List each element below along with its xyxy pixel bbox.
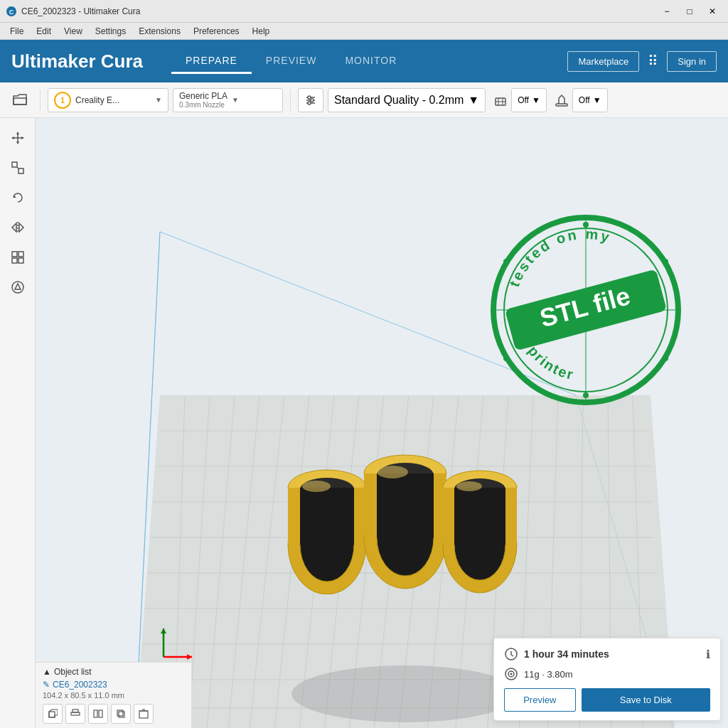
svg-point-67 xyxy=(288,495,366,594)
tab-preview[interactable]: PREVIEW xyxy=(252,49,331,74)
svg-line-49 xyxy=(427,395,459,728)
svg-point-89 xyxy=(504,228,668,392)
object-action-buttons xyxy=(43,704,184,724)
svg-point-80 xyxy=(377,466,408,478)
rotate-icon xyxy=(10,190,26,205)
menu-file[interactable]: File xyxy=(4,25,29,38)
svg-rect-26 xyxy=(12,252,17,257)
svg-point-97 xyxy=(663,259,668,264)
svg-marker-107 xyxy=(49,710,58,717)
support-toggle[interactable]: Off ▼ xyxy=(511,88,547,112)
svg-rect-29 xyxy=(18,258,23,263)
mirror-icon xyxy=(10,220,26,235)
clock-icon xyxy=(504,647,518,661)
object-list-header[interactable]: ▲ Object list xyxy=(43,667,184,677)
printer-selector[interactable]: 1 Creality E... ▼ xyxy=(48,88,168,112)
svg-line-41 xyxy=(228,395,259,728)
preview-button[interactable]: Preview xyxy=(504,688,576,712)
support-tool-icon xyxy=(10,279,26,295)
divider-1 xyxy=(40,90,41,111)
save-to-disk-button[interactable]: Save to Disk xyxy=(582,688,710,712)
filament-caret-icon: ▼ xyxy=(232,96,239,104)
support-tool[interactable] xyxy=(5,274,31,300)
collapse-icon: ▲ xyxy=(43,667,51,677)
close-button[interactable]: ✕ xyxy=(702,4,722,18)
print-action-buttons: Preview Save to Disk xyxy=(504,688,710,712)
adhesion-toggle[interactable]: Off ▼ xyxy=(572,88,608,112)
svg-point-83 xyxy=(443,471,517,505)
print-time-row: 1 hour 34 minutes ℹ xyxy=(504,647,710,661)
signin-button[interactable]: Sign in xyxy=(667,51,717,72)
open-file-button[interactable] xyxy=(7,87,33,113)
mirror-tool[interactable] xyxy=(5,215,31,240)
svg-point-74 xyxy=(364,486,446,589)
menu-view[interactable]: View xyxy=(58,25,88,38)
svg-point-6 xyxy=(311,99,314,102)
menu-settings[interactable]: Settings xyxy=(90,25,132,38)
menu-bar: File Edit View Settings Extensions Prefe… xyxy=(0,23,728,40)
svg-marker-22 xyxy=(14,195,16,198)
svg-point-122 xyxy=(510,673,513,675)
filament-selector[interactable]: Generic PLA 0.3mm Nozzle ▼ xyxy=(173,88,283,112)
svg-text:STL file: STL file xyxy=(537,281,633,333)
maximize-button[interactable]: □ xyxy=(680,4,700,18)
svg-rect-106 xyxy=(49,712,55,717)
svg-line-47 xyxy=(373,395,409,728)
stamp-overlay: tested on my STL file 3Dprinter xyxy=(486,210,685,410)
obj-btn-1[interactable] xyxy=(43,704,63,724)
printer-number: 1 xyxy=(54,92,71,109)
menu-help[interactable]: Help xyxy=(247,25,276,38)
info-icon[interactable]: ℹ xyxy=(706,648,710,661)
svg-rect-28 xyxy=(12,258,17,263)
quality-selector[interactable]: Standard Quality - 0.2mm ▼ xyxy=(328,88,486,112)
divider-2 xyxy=(290,90,291,111)
svg-point-77 xyxy=(377,463,434,487)
print-time: 1 hour 34 minutes xyxy=(524,648,609,660)
svg-point-96 xyxy=(583,222,589,228)
adhesion-label: Off xyxy=(579,95,590,105)
delete-icon xyxy=(139,709,149,719)
obj-btn-5[interactable] xyxy=(134,704,154,724)
menu-extensions[interactable]: Extensions xyxy=(133,25,186,38)
svg-line-42 xyxy=(249,395,284,728)
svg-point-69 xyxy=(288,470,366,505)
printer-caret-icon: ▼ xyxy=(155,96,162,104)
edit-icon: ✎ xyxy=(43,680,50,690)
obj-btn-4[interactable] xyxy=(111,704,131,724)
object-list-panel: ▲ Object list ✎ CE6_2002323 104.2 x 80.5… xyxy=(36,662,192,728)
svg-line-32 xyxy=(135,232,160,728)
printer-name: Creality E... xyxy=(75,95,151,105)
rotate-tool[interactable] xyxy=(5,185,31,210)
tab-monitor[interactable]: MONITOR xyxy=(331,49,411,74)
per-model-settings-tool[interactable] xyxy=(5,245,31,270)
marketplace-button[interactable]: Marketplace xyxy=(567,51,639,72)
window-title: C CE6_2002323 - Ultimaker Cura xyxy=(6,6,140,17)
spool-icon xyxy=(504,667,518,681)
settings-button[interactable] xyxy=(298,88,323,112)
svg-point-81 xyxy=(443,496,517,593)
scale-tool[interactable] xyxy=(5,155,31,181)
svg-rect-71 xyxy=(288,488,366,545)
folder-icon xyxy=(12,93,28,107)
svg-point-101 xyxy=(503,259,509,264)
copy-icon xyxy=(116,709,126,719)
svg-marker-17 xyxy=(11,136,14,139)
minimize-button[interactable]: − xyxy=(657,4,677,18)
obj-btn-3[interactable] xyxy=(88,704,108,724)
svg-point-5 xyxy=(308,96,311,99)
svg-point-82 xyxy=(454,509,505,580)
menu-preferences[interactable]: Preferences xyxy=(188,25,245,38)
viewport[interactable]: tested on my STL file 3Dprinter xyxy=(36,118,728,728)
print-material: 11g · 3.80m xyxy=(524,669,573,680)
svg-marker-104 xyxy=(187,654,192,660)
obj-btn-2[interactable] xyxy=(65,704,85,724)
support-icon xyxy=(493,92,508,108)
svg-point-100 xyxy=(503,355,509,361)
svg-marker-18 xyxy=(21,136,24,139)
grid-dots-icon[interactable]: ⠿ xyxy=(645,50,661,73)
move-tool[interactable] xyxy=(5,125,31,151)
menu-edit[interactable]: Edit xyxy=(31,25,57,38)
svg-line-50 xyxy=(455,395,483,728)
svg-line-35 xyxy=(135,232,160,728)
tab-prepare[interactable]: PREPARE xyxy=(171,49,252,74)
